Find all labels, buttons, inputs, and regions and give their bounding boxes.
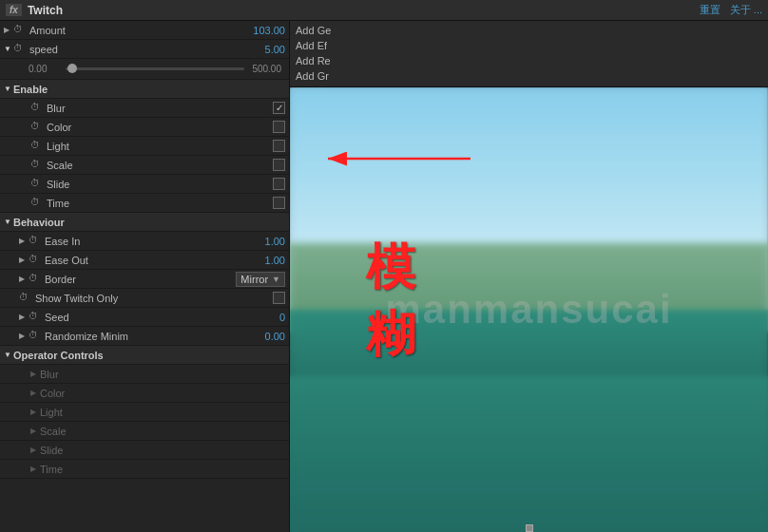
seed-value[interactable]: 0: [279, 312, 285, 323]
amount-stopwatch[interactable]: ⏱: [13, 24, 27, 37]
op-scale-label: Scale: [40, 426, 285, 437]
ease-in-triangle[interactable]: ▶: [19, 237, 29, 245]
ease-in-stopwatch[interactable]: ⏱: [29, 235, 42, 248]
slide-checkbox[interactable]: [273, 178, 285, 190]
op-slide-label: Slide: [40, 445, 285, 456]
blur-row: ⏱ Blur: [0, 99, 289, 118]
border-stopwatch[interactable]: ⏱: [29, 273, 42, 286]
border-label: Border: [45, 274, 236, 285]
op-time-triangle[interactable]: ▶: [30, 465, 40, 473]
behaviour-label: Behaviour: [13, 217, 285, 228]
add-item-4[interactable]: Add Gr: [296, 68, 762, 84]
operator-controls-header[interactable]: ▼ Operator Controls: [0, 346, 289, 365]
light-label: Light: [47, 141, 269, 152]
seed-label: Seed: [45, 312, 276, 323]
op-blur-label: Blur: [40, 369, 285, 380]
light-stopwatch[interactable]: ⏱: [30, 140, 44, 153]
behaviour-triangle[interactable]: ▼: [4, 218, 13, 226]
op-color-label: Color: [40, 388, 285, 399]
top-bar-actions: 重置 关于 ...: [700, 3, 762, 17]
amount-triangle[interactable]: ▶: [4, 26, 13, 34]
blur-label: Blur: [47, 103, 269, 114]
randomize-stopwatch[interactable]: ⏱: [29, 330, 42, 343]
ease-out-triangle[interactable]: ▶: [19, 256, 29, 264]
amount-row: ▶ ⏱ Amount 103.00: [0, 21, 289, 40]
speed-slider-row: 0.00 500.00: [0, 59, 289, 80]
op-light-triangle[interactable]: ▶: [30, 408, 40, 416]
op-color-row: ▶ Color: [0, 384, 289, 403]
slide-stopwatch[interactable]: ⏱: [30, 178, 44, 191]
randomize-min-row: ▶ ⏱ Randomize Minim 0.00: [0, 327, 289, 346]
blur-stopwatch[interactable]: ⏱: [30, 102, 44, 115]
reset-button[interactable]: 重置: [700, 3, 720, 17]
show-twitch-only-label: Show Twitch Only: [35, 293, 269, 304]
seed-stopwatch[interactable]: ⏱: [29, 311, 42, 324]
enable-section-header[interactable]: ▼ Enable: [0, 80, 289, 99]
speed-triangle[interactable]: ▼: [4, 45, 13, 53]
arrow-svg: [309, 135, 480, 182]
randomize-triangle[interactable]: ▶: [19, 332, 29, 340]
blur-checkbox[interactable]: [273, 102, 285, 114]
speed-label: speed: [29, 44, 261, 55]
seed-row: ▶ ⏱ Seed 0: [0, 308, 289, 327]
fx-badge: fx: [6, 4, 22, 16]
scale-stopwatch[interactable]: ⏱: [30, 159, 44, 172]
time-stopwatch[interactable]: ⏱: [30, 197, 44, 210]
ease-in-value[interactable]: 1.00: [265, 236, 285, 247]
preview-content: manmansucai 模糊: [290, 87, 768, 532]
ease-out-value[interactable]: 1.00: [265, 255, 285, 266]
slider-thumb[interactable]: [67, 64, 77, 73]
border-row: ▶ ⏱ Border Mirror ▼: [0, 270, 289, 289]
show-twitch-only-checkbox[interactable]: [273, 292, 285, 304]
ease-in-row: ▶ ⏱ Ease In 1.00: [0, 232, 289, 251]
color-stopwatch[interactable]: ⏱: [30, 121, 44, 134]
op-light-row: ▶ Light: [0, 403, 289, 422]
speed-stopwatch[interactable]: ⏱: [13, 43, 27, 56]
scale-row: ⏱ Scale: [0, 156, 289, 175]
speed-value[interactable]: 5.00: [265, 44, 285, 55]
add-item-3[interactable]: Add Re: [296, 53, 762, 68]
slider-max: 500.00: [248, 64, 281, 74]
slide-row: ⏱ Slide: [0, 175, 289, 194]
color-checkbox[interactable]: [273, 121, 285, 133]
show-twitch-only-row: ⏱ Show Twitch Only: [0, 289, 289, 308]
behaviour-section-header[interactable]: ▼ Behaviour: [0, 213, 289, 232]
enable-triangle[interactable]: ▼: [4, 85, 13, 93]
scale-checkbox[interactable]: [273, 159, 285, 171]
light-row: ⏱ Light: [0, 137, 289, 156]
plugin-title: Twitch: [28, 4, 700, 17]
ease-in-label: Ease In: [45, 236, 261, 247]
randomize-min-value[interactable]: 0.00: [265, 331, 285, 342]
slider-track[interactable]: [66, 67, 244, 70]
add-item-2[interactable]: Add Ef: [296, 38, 762, 53]
border-dropdown[interactable]: Mirror ▼: [236, 272, 285, 287]
op-scale-triangle[interactable]: ▶: [30, 427, 40, 435]
randomize-min-label: Randomize Minim: [45, 331, 261, 342]
add-item-1[interactable]: Add Ge: [296, 23, 762, 38]
op-color-triangle[interactable]: ▶: [30, 389, 40, 397]
ease-out-stopwatch[interactable]: ⏱: [29, 254, 42, 267]
slider-min: 0.00: [29, 64, 62, 74]
op-blur-triangle[interactable]: ▶: [30, 370, 40, 378]
operator-triangle[interactable]: ▼: [4, 351, 13, 359]
op-slide-triangle[interactable]: ▶: [30, 446, 40, 454]
op-blur-row: ▶ Blur: [0, 365, 289, 384]
border-triangle[interactable]: ▶: [19, 275, 29, 283]
right-area: Add Ge Add Ef Add Re Add Gr ▬ La L: [290, 21, 768, 532]
ease-out-row: ▶ ⏱ Ease Out 1.00: [0, 251, 289, 270]
show-twitch-stopwatch[interactable]: ⏱: [19, 292, 32, 305]
light-checkbox[interactable]: [273, 140, 285, 152]
speed-row: ▼ ⏱ speed 5.00: [0, 40, 289, 59]
amount-value[interactable]: 103.00: [253, 25, 285, 36]
color-row: ⏱ Color: [0, 118, 289, 137]
about-button[interactable]: 关于 ...: [730, 3, 762, 17]
preview-with-strip: ▬ La L manmansucai: [290, 87, 768, 532]
left-panel: ▶ ⏱ Amount 103.00 ▼ ⏱ speed 5.00 0.00 50…: [0, 21, 290, 532]
time-checkbox[interactable]: [273, 197, 285, 209]
preview-bottom-dot: [526, 524, 533, 532]
op-light-label: Light: [40, 407, 285, 418]
main-layout: ▶ ⏱ Amount 103.00 ▼ ⏱ speed 5.00 0.00 50…: [0, 21, 768, 532]
dropdown-arrow-icon: ▼: [272, 275, 280, 284]
seed-triangle[interactable]: ▶: [19, 313, 29, 321]
time-row: ⏱ Time: [0, 194, 289, 213]
